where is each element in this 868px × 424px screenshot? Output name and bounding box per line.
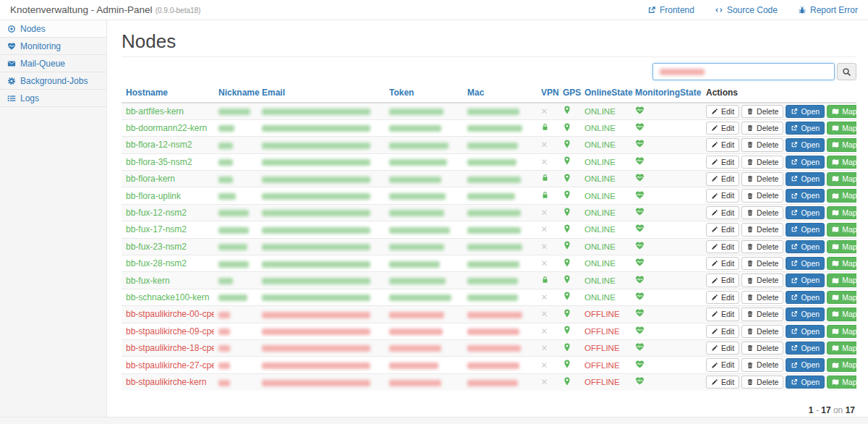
map-marker-icon[interactable] xyxy=(563,208,571,216)
sidebar-item-monitoring[interactable]: Monitoring xyxy=(0,38,106,55)
search-input[interactable] xyxy=(652,63,835,80)
delete-button[interactable]: Delete xyxy=(741,274,783,287)
map-marker-icon[interactable] xyxy=(563,258,571,267)
node-hostname-link[interactable]: bb-schnacke100-kern xyxy=(126,292,209,302)
node-hostname-link[interactable]: bb-flora-35-nsm2 xyxy=(126,157,192,167)
map-marker-icon[interactable] xyxy=(563,156,571,165)
open-button[interactable]: Open xyxy=(786,206,825,220)
delete-button[interactable]: Delete xyxy=(741,358,783,372)
edit-button[interactable]: Edit xyxy=(706,358,739,372)
edit-button[interactable]: Edit xyxy=(706,257,739,271)
column-header-nickname[interactable]: Nickname xyxy=(214,85,258,103)
column-header-gps[interactable]: GPS xyxy=(558,85,580,103)
edit-button[interactable]: Edit xyxy=(706,308,739,321)
open-button[interactable]: Open xyxy=(786,325,825,339)
map-button[interactable]: Map xyxy=(827,274,856,287)
node-hostname-link[interactable]: bb-fux-17-nsm2 xyxy=(126,224,187,234)
node-hostname-link[interactable]: bb-fux-28-nsm2 xyxy=(126,258,187,268)
edit-button[interactable]: Edit xyxy=(706,138,739,152)
edit-button[interactable]: Edit xyxy=(706,240,739,254)
open-button[interactable]: Open xyxy=(786,172,825,186)
map-marker-icon[interactable] xyxy=(563,377,571,386)
map-marker-icon[interactable] xyxy=(563,174,571,182)
edit-button[interactable]: Edit xyxy=(706,172,739,186)
edit-button[interactable]: Edit xyxy=(706,291,739,305)
open-button[interactable]: Open xyxy=(786,105,825,119)
column-header-hostname[interactable]: Hostname xyxy=(122,85,214,103)
map-button[interactable]: Map xyxy=(827,223,856,237)
delete-button[interactable]: Delete xyxy=(741,156,783,169)
open-button[interactable]: Open xyxy=(786,240,825,254)
delete-button[interactable]: Delete xyxy=(741,122,783,135)
open-button[interactable]: Open xyxy=(786,189,825,203)
delete-button[interactable]: Delete xyxy=(741,172,783,186)
node-hostname-link[interactable]: bb-flora-uplink xyxy=(126,191,181,201)
sidebar-item-background-jobs[interactable]: Background-Jobs xyxy=(0,72,106,90)
map-marker-icon[interactable] xyxy=(563,275,571,284)
node-hostname-link[interactable]: bb-artfiles-kern xyxy=(126,106,184,116)
delete-button[interactable]: Delete xyxy=(741,342,783,355)
node-hostname-link[interactable]: bb-fux-12-nsm2 xyxy=(126,208,187,218)
delete-button[interactable]: Delete xyxy=(741,291,783,305)
column-header-vpn[interactable]: VPN xyxy=(537,85,558,103)
map-button[interactable]: Map xyxy=(827,342,856,355)
topbar-link-report-error[interactable]: Report Error xyxy=(798,5,858,15)
sidebar-item-logs[interactable]: Logs xyxy=(0,90,106,107)
map-button[interactable]: Map xyxy=(827,291,856,305)
open-button[interactable]: Open xyxy=(786,291,825,305)
map-button[interactable]: Map xyxy=(827,122,856,135)
column-header-token[interactable]: Token xyxy=(385,85,463,103)
open-button[interactable]: Open xyxy=(786,376,825,389)
topbar-link-frontend[interactable]: Frontend xyxy=(647,5,694,15)
edit-button[interactable]: Edit xyxy=(706,223,739,237)
open-button[interactable]: Open xyxy=(786,308,825,321)
map-marker-icon[interactable] xyxy=(563,360,571,368)
delete-button[interactable]: Delete xyxy=(741,206,783,220)
edit-button[interactable]: Edit xyxy=(706,342,739,355)
map-marker-icon[interactable] xyxy=(563,343,571,352)
open-button[interactable]: Open xyxy=(786,358,825,372)
delete-button[interactable]: Delete xyxy=(741,325,783,339)
map-button[interactable]: Map xyxy=(827,105,856,119)
node-hostname-link[interactable]: bb-stpaulikirche-kern xyxy=(126,377,206,387)
map-marker-icon[interactable] xyxy=(563,292,571,300)
map-button[interactable]: Map xyxy=(827,189,856,203)
node-hostname-link[interactable]: bb-stpaulikirche-18-cpe2 xyxy=(126,343,214,353)
map-marker-icon[interactable] xyxy=(563,190,571,199)
open-button[interactable]: Open xyxy=(786,138,825,152)
map-button[interactable]: Map xyxy=(827,240,856,254)
map-marker-icon[interactable] xyxy=(563,326,571,334)
delete-button[interactable]: Delete xyxy=(741,138,783,152)
delete-button[interactable]: Delete xyxy=(741,376,783,389)
edit-button[interactable]: Edit xyxy=(706,105,739,119)
open-button[interactable]: Open xyxy=(786,257,825,271)
column-header-email[interactable]: Email xyxy=(258,85,385,103)
sidebar-item-nodes[interactable]: Nodes xyxy=(0,20,106,38)
map-button[interactable]: Map xyxy=(827,376,856,389)
edit-button[interactable]: Edit xyxy=(706,274,739,287)
node-hostname-link[interactable]: bb-stpaulikirche-00-cpe2 xyxy=(126,309,214,319)
column-header-monitoringstate[interactable]: MonitoringState xyxy=(631,85,702,103)
node-hostname-link[interactable]: bb-stpaulikirche-27-cpe2 xyxy=(126,360,214,370)
open-button[interactable]: Open xyxy=(786,122,825,135)
node-hostname-link[interactable]: bb-stpaulikirche-09-cpe2 xyxy=(126,326,214,336)
delete-button[interactable]: Delete xyxy=(741,223,783,237)
map-button[interactable]: Map xyxy=(827,138,856,152)
map-button[interactable]: Map xyxy=(827,172,856,186)
open-button[interactable]: Open xyxy=(786,223,825,237)
edit-button[interactable]: Edit xyxy=(706,325,739,339)
edit-button[interactable]: Edit xyxy=(706,376,739,389)
node-hostname-link[interactable]: bb-flora-kern xyxy=(126,174,175,184)
map-marker-icon[interactable] xyxy=(563,309,571,318)
map-marker-icon[interactable] xyxy=(563,241,571,250)
open-button[interactable]: Open xyxy=(786,156,825,169)
map-marker-icon[interactable] xyxy=(563,224,571,233)
node-hostname-link[interactable]: bb-doormann22-kern xyxy=(126,123,207,133)
sidebar-item-mail-queue[interactable]: Mail-Queue xyxy=(0,55,106,72)
map-marker-icon[interactable] xyxy=(563,140,571,148)
open-button[interactable]: Open xyxy=(786,274,825,287)
map-button[interactable]: Map xyxy=(827,156,856,169)
delete-button[interactable]: Delete xyxy=(741,105,783,119)
column-header-onlinestate[interactable]: OnlineState xyxy=(580,85,631,103)
search-button[interactable] xyxy=(837,63,856,80)
